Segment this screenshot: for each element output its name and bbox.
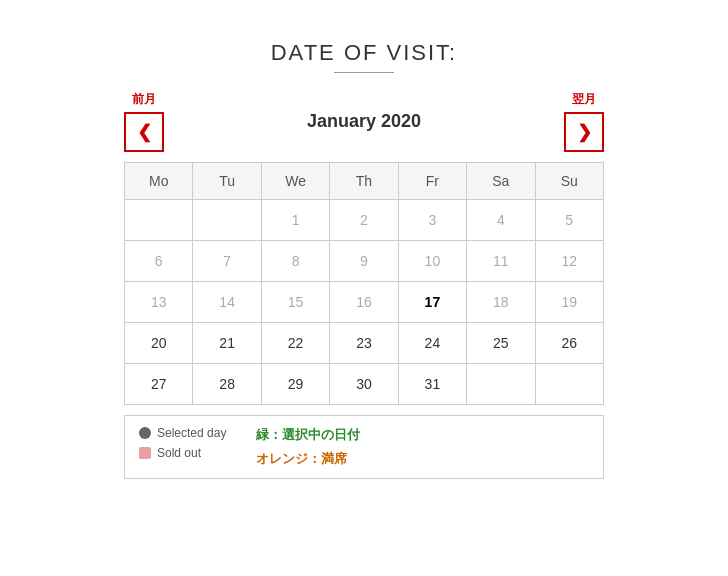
calendar-day[interactable]: 31 (398, 364, 466, 405)
weekday-row: MoTuWeThFrSaSu (125, 163, 604, 200)
calendar-day[interactable]: 6 (125, 241, 193, 282)
calendar-day[interactable]: 11 (467, 241, 535, 282)
calendar-day[interactable]: 4 (467, 200, 535, 241)
legend-green-text: 緑：選択中の日付 (256, 426, 360, 444)
legend-left: Selected day Sold out (139, 426, 226, 460)
weekday-cell: Su (535, 163, 603, 200)
weekday-cell: Sa (467, 163, 535, 200)
calendar-day[interactable]: 21 (193, 323, 261, 364)
soldout-label: Sold out (157, 446, 201, 460)
calendar-day[interactable]: 2 (330, 200, 398, 241)
soldout-icon (139, 447, 151, 459)
weekday-cell: Tu (193, 163, 261, 200)
calendar-day[interactable]: 12 (535, 241, 603, 282)
calendar-row: 12345 (125, 200, 604, 241)
title-divider (334, 72, 394, 73)
prev-month-wrapper: 前月 ❮ (124, 91, 164, 152)
weekday-cell: Mo (125, 163, 193, 200)
calendar-day[interactable]: 10 (398, 241, 466, 282)
calendar-day[interactable]: 19 (535, 282, 603, 323)
legend-soldout: Sold out (139, 446, 226, 460)
calendar-day[interactable]: 9 (330, 241, 398, 282)
calendar-day[interactable]: 17 (398, 282, 466, 323)
calendar-day[interactable]: 25 (467, 323, 535, 364)
prev-month-label: 前月 (132, 91, 156, 108)
weekday-cell: Th (330, 163, 398, 200)
calendar-day (467, 364, 535, 405)
calendar-row: 2728293031 (125, 364, 604, 405)
selected-label: Selected day (157, 426, 226, 440)
weekday-cell: Fr (398, 163, 466, 200)
calendar-head: MoTuWeThFrSaSu (125, 163, 604, 200)
legend-orange-text: オレンジ：満席 (256, 450, 360, 468)
page-title: DATE OF VISIT: (124, 40, 604, 66)
prev-month-button[interactable]: ❮ (124, 112, 164, 152)
calendar-day[interactable]: 22 (261, 323, 329, 364)
calendar-day[interactable]: 20 (125, 323, 193, 364)
calendar-day (535, 364, 603, 405)
next-month-button[interactable]: ❯ (564, 112, 604, 152)
legend-right: 緑：選択中の日付 オレンジ：満席 (256, 426, 360, 468)
weekday-cell: We (261, 163, 329, 200)
calendar-day[interactable]: 26 (535, 323, 603, 364)
calendar-day[interactable]: 8 (261, 241, 329, 282)
calendar-day (125, 200, 193, 241)
calendar-day (193, 200, 261, 241)
calendar-header: 前月 ❮ January 2020 翌月 ❯ (124, 91, 604, 152)
calendar-day[interactable]: 23 (330, 323, 398, 364)
calendar-row: 6789101112 (125, 241, 604, 282)
month-title: January 2020 (164, 111, 564, 132)
calendar-day[interactable]: 30 (330, 364, 398, 405)
calendar-table: MoTuWeThFrSaSu 1234567891011121314151617… (124, 162, 604, 405)
legend-selected: Selected day (139, 426, 226, 440)
legend-box: Selected day Sold out 緑：選択中の日付 オレンジ：満席 (124, 415, 604, 479)
selected-icon (139, 427, 151, 439)
calendar-day[interactable]: 15 (261, 282, 329, 323)
next-month-label: 翌月 (572, 91, 596, 108)
calendar-day[interactable]: 16 (330, 282, 398, 323)
calendar-day[interactable]: 5 (535, 200, 603, 241)
calendar-day[interactable]: 1 (261, 200, 329, 241)
main-container: DATE OF VISIT: 前月 ❮ January 2020 翌月 ❯ Mo… (114, 20, 614, 499)
calendar-day[interactable]: 29 (261, 364, 329, 405)
calendar-day[interactable]: 14 (193, 282, 261, 323)
calendar-day[interactable]: 18 (467, 282, 535, 323)
calendar-day[interactable]: 28 (193, 364, 261, 405)
next-month-wrapper: 翌月 ❯ (564, 91, 604, 152)
calendar-day[interactable]: 13 (125, 282, 193, 323)
calendar-day[interactable]: 27 (125, 364, 193, 405)
calendar-row: 20212223242526 (125, 323, 604, 364)
calendar-day[interactable]: 24 (398, 323, 466, 364)
calendar-day[interactable]: 7 (193, 241, 261, 282)
calendar-row: 13141516171819 (125, 282, 604, 323)
calendar-body: 1234567891011121314151617181920212223242… (125, 200, 604, 405)
calendar-day[interactable]: 3 (398, 200, 466, 241)
